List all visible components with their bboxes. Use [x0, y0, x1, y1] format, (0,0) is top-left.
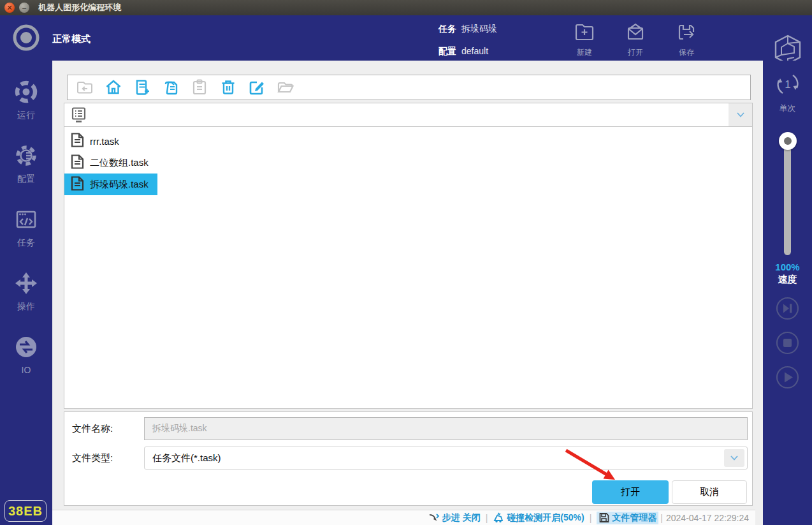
file-manager-button[interactable]: 文件管理器 [597, 512, 658, 524]
open-task-button[interactable]: 打开 [616, 20, 655, 58]
task-value: 拆垛码垛 [461, 24, 497, 34]
header: 正常模式 任务拆垛码垛 配置default 新建 打开 保存 [0, 15, 812, 61]
separator: | [590, 513, 592, 523]
delete-button[interactable] [219, 78, 238, 97]
left-sidebar: 运行 配置 任务 操作 IO 38EB [0, 61, 52, 525]
single-cycle-icon: 1 [773, 90, 802, 101]
window-title: 机器人图形化编程环境 [38, 2, 121, 13]
save-floppy-icon [675, 34, 698, 45]
io-swap-icon [13, 351, 40, 362]
file-manager-icon [598, 512, 609, 523]
chevron-down-icon[interactable] [729, 103, 752, 126]
file-document-icon [71, 154, 84, 172]
sidebar-item-operate[interactable]: 操作 [0, 270, 52, 313]
file-type-select[interactable]: 任务文件(*.task) [144, 447, 748, 470]
task-info: 任务拆垛码垛 [439, 24, 497, 35]
file-dialog-form: 文件名称: 文件类型: 任务文件(*.task) 打开 取消 [64, 411, 753, 506]
collision-detect-toggle[interactable]: 碰撞检测开启(50%) [493, 512, 584, 524]
file-manager-text: 文件管理器 [612, 512, 656, 524]
file-type-label: 文件类型: [72, 452, 113, 464]
sidebar-item-label: 运行 [0, 110, 52, 121]
speed-slider[interactable] [784, 138, 791, 255]
save-task-label: 保存 [667, 47, 706, 58]
separator: | [660, 513, 663, 523]
separator: | [486, 513, 488, 523]
file-dialog-toolbar [67, 75, 751, 100]
single-run-label: 单次 [763, 103, 812, 114]
sidebar-item-task[interactable]: 任务 [0, 206, 52, 249]
home-button[interactable] [104, 78, 123, 97]
location-combobox[interactable] [64, 103, 753, 127]
play-button[interactable] [776, 366, 799, 389]
status-bar: 步进 关闭 | 碰撞检测开启(50%) | 文件管理器 | 2024-04-17… [52, 510, 755, 525]
copy-button[interactable] [161, 78, 180, 97]
new-task-label: 新建 [565, 47, 604, 58]
open-task-label: 打开 [616, 47, 655, 58]
status-code-badge: 38EB [4, 500, 47, 522]
back-button[interactable] [75, 78, 94, 97]
rename-button[interactable] [247, 78, 266, 97]
step-forward-button[interactable] [776, 297, 799, 320]
open-folder-button[interactable] [276, 78, 295, 97]
computer-icon [70, 107, 87, 126]
sidebar-item-label: 操作 [0, 301, 52, 313]
new-task-button[interactable]: 新建 [565, 20, 604, 58]
code-window-icon [13, 224, 40, 235]
file-list: rrr.task 二位数组.task 拆垛码垛.task [64, 127, 753, 409]
cancel-button[interactable]: 取消 [672, 480, 747, 504]
step-status-text: 步进 关闭 [442, 512, 481, 524]
file-row[interactable]: 二位数组.task [64, 152, 157, 174]
svg-text:1: 1 [785, 78, 790, 91]
open-button[interactable]: 打开 [592, 480, 669, 504]
step-arrow-icon [428, 513, 440, 523]
save-task-button[interactable]: 保存 [667, 20, 706, 58]
file-document-icon [71, 133, 84, 150]
collision-icon [493, 512, 504, 523]
file-name: 拆垛码垛.task [90, 179, 149, 191]
titlebar: ✕ – 机器人图形化编程环境 [0, 0, 812, 15]
app-window: ✕ – 机器人图形化编程环境 正常模式 任务拆垛码垛 配置default 新建 [0, 0, 812, 525]
minimize-icon[interactable]: – [19, 3, 29, 13]
right-sidebar: 1 单次 100% 速度 [763, 61, 812, 525]
file-name-label: 文件名称: [72, 423, 113, 435]
new-file-button[interactable] [133, 78, 152, 97]
mode-indicator-icon [11, 23, 41, 55]
chevron-down-icon[interactable] [724, 449, 744, 467]
sidebar-item-label: IO [0, 365, 52, 375]
move-arrows-icon [13, 288, 40, 299]
collision-status-text: 碰撞检测开启(50%) [507, 512, 584, 524]
speed-slider-handle[interactable] [779, 132, 797, 150]
config-info: 配置default [439, 46, 488, 57]
new-folder-icon [573, 34, 596, 45]
sidebar-item-label: 配置 [0, 174, 52, 185]
speed-label: 速度 [763, 274, 812, 286]
file-row-selected[interactable]: 拆垛码垛.task [64, 174, 157, 195]
file-dialog: rrr.task 二位数组.task 拆垛码垛.task 文件名称: 文件类型: [52, 61, 763, 525]
config-value: default [461, 46, 488, 56]
file-name: 二位数组.task [90, 157, 149, 169]
paste-button[interactable] [190, 78, 209, 97]
file-row[interactable]: rrr.task [64, 130, 128, 152]
single-run-mode-button[interactable]: 1 单次 [763, 70, 812, 114]
mode-label: 正常模式 [52, 33, 91, 45]
sidebar-item-run[interactable]: 运行 [0, 78, 52, 121]
sidebar-item-io[interactable]: IO [0, 334, 52, 375]
sidebar-item-config[interactable]: 配置 [0, 142, 52, 185]
run-icon [13, 96, 40, 107]
file-name: rrr.task [90, 136, 119, 147]
task-label: 任务 [439, 24, 456, 34]
file-type-value: 任务文件(*.task) [152, 452, 221, 464]
file-document-icon [71, 176, 84, 193]
step-mode-toggle[interactable]: 步进 关闭 [428, 512, 481, 524]
config-label: 配置 [439, 46, 456, 56]
stop-button[interactable] [776, 331, 799, 355]
sidebar-item-label: 任务 [0, 237, 52, 249]
close-icon[interactable]: ✕ [4, 3, 15, 13]
speed-percent: 100% [763, 262, 812, 272]
gear-icon [13, 160, 40, 171]
open-envelope-icon [624, 34, 647, 45]
status-timestamp: 2024-04-17 22:29:24 [666, 513, 749, 523]
file-name-input[interactable] [144, 417, 748, 440]
